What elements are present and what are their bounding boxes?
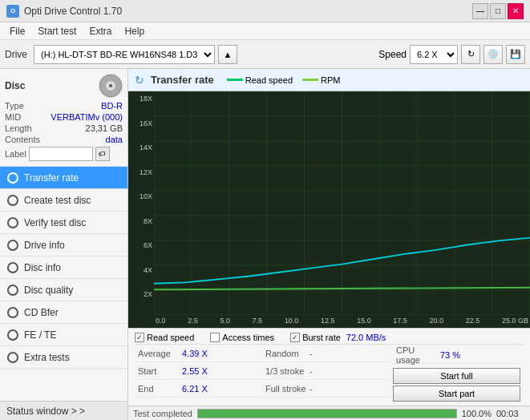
stats-left-col: Average 4.39 X Start 2.55 X End 6.21 X — [135, 345, 262, 403]
refresh-button[interactable]: ↻ — [461, 45, 480, 64]
nav-item-cd-bfer[interactable]: CD Bfer — [0, 301, 127, 324]
status-text: Test completed — [133, 409, 192, 418]
progress-bar-container: Test completed 100.0% 00:03 — [128, 406, 530, 420]
x-label-125: 12.5 — [321, 317, 335, 325]
chart-legend: Read speed RPM — [227, 75, 341, 85]
menu-file[interactable]: File — [3, 24, 31, 38]
stat-full-stroke-val: - — [310, 384, 386, 394]
app-icon: O — [6, 5, 19, 18]
nav-item-verify-test-disc[interactable]: Verify test disc — [0, 212, 127, 234]
checkbox-read-speed[interactable]: ✓ Read speed — [135, 333, 194, 342]
checkbox-access-times[interactable]: Access times — [210, 333, 274, 342]
disc-button[interactable]: 💿 — [483, 45, 503, 64]
chart-refresh-icon: ↻ — [135, 74, 144, 87]
nav-label-transfer-rate: Transfer rate — [24, 172, 79, 184]
type-key: Type — [5, 101, 24, 111]
burst-rate-checkbox[interactable]: ✓ — [290, 333, 300, 342]
legend-read-speed: Read speed — [227, 75, 293, 85]
stat-random-val: - — [310, 349, 386, 358]
app-title: Opti Drive Control 1.70 — [24, 6, 122, 17]
start-full-button[interactable]: Start full — [393, 368, 520, 384]
stat-cpu-val: 73 % — [440, 350, 472, 360]
stat-random: Random - — [262, 345, 390, 362]
chart-svg — [154, 91, 530, 315]
progress-bar-outer — [197, 409, 457, 418]
nav-label-disc-quality: Disc quality — [24, 285, 73, 296]
length-key: Length — [5, 123, 32, 133]
drive-select[interactable]: (H:) HL-DT-ST BD-RE WH16NS48 1.D3 — [34, 45, 215, 64]
chart-header: ↻ Transfer rate Read speed RPM — [128, 69, 530, 91]
y-label-8: 8X — [130, 217, 152, 225]
menu-start-test[interactable]: Start test — [31, 24, 83, 38]
disc-title: Disc — [5, 80, 25, 91]
burst-rate-checkbox-label: Burst rate — [302, 333, 341, 342]
nav-label-extra-tests: Extra tests — [24, 352, 70, 363]
maximize-button[interactable]: □ — [490, 3, 506, 19]
start-part-button[interactable]: Start part — [393, 386, 520, 402]
mid-key: MID — [5, 112, 21, 122]
nav-label-create-test-disc: Create test disc — [24, 195, 91, 206]
stat-1-3-stroke-key: 1/3 stroke — [265, 366, 310, 376]
contents-key: Contents — [5, 135, 40, 144]
access-times-checkbox[interactable] — [210, 333, 220, 342]
save-button[interactable]: 💾 — [506, 45, 525, 64]
mid-value: VERBATIMv (000) — [51, 112, 123, 122]
status-window-button[interactable]: Status window > > — [0, 401, 127, 420]
y-label-14: 14X — [130, 143, 152, 151]
speed-select[interactable]: 6.2 X — [410, 45, 458, 64]
stat-end-key: End — [138, 384, 182, 394]
stat-end: End 6.21 X — [135, 380, 262, 398]
read-speed-checkbox[interactable]: ✓ — [135, 333, 144, 342]
nav-item-create-test-disc[interactable]: Create test disc — [0, 189, 127, 212]
chart-svg-container: 0.0 2.5 5.0 7.5 10.0 12.5 15.0 17.5 20.0… — [154, 91, 530, 328]
x-label-200: 20.0 — [430, 317, 444, 325]
stat-average: Average 4.39 X — [135, 345, 262, 362]
y-label-2: 2X — [130, 290, 152, 298]
legend-rpm-color — [302, 79, 318, 81]
nav-label-cd-bfer: CD Bfer — [24, 307, 59, 318]
y-label-6: 6X — [130, 241, 152, 249]
menu-extra[interactable]: Extra — [83, 24, 118, 38]
legend-rpm-label: RPM — [321, 75, 340, 85]
nav-item-drive-info[interactable]: Drive info — [0, 234, 127, 256]
checkboxes-row: ✓ Read speed Access times ✓ Burst rate 7… — [135, 331, 524, 344]
x-label-100: 10.0 — [285, 317, 299, 325]
contents-value: data — [106, 135, 123, 144]
close-button[interactable]: ✕ — [508, 3, 524, 19]
toolbar: Drive (H:) HL-DT-ST BD-RE WH16NS48 1.D3 … — [0, 40, 530, 69]
progress-time: 00:03 — [496, 409, 525, 418]
y-label-10: 10X — [130, 192, 152, 200]
nav-item-fe-te[interactable]: FE / TE — [0, 324, 127, 346]
eject-button[interactable]: ▲ — [218, 45, 237, 64]
label-icon-button[interactable]: 🏷 — [95, 147, 110, 161]
nav-item-disc-info[interactable]: Disc info — [0, 256, 127, 279]
stat-cpu-key: CPU usage — [396, 345, 440, 365]
menu-help[interactable]: Help — [118, 24, 151, 38]
nav-item-transfer-rate[interactable]: Transfer rate — [0, 167, 127, 189]
x-label-225: 22.5 — [466, 317, 480, 325]
legend-read-speed-label: Read speed — [245, 75, 293, 85]
chart-title: Transfer rate — [151, 74, 214, 86]
nav-label-drive-info: Drive info — [24, 240, 65, 251]
y-label-16: 16X — [130, 119, 152, 127]
legend-read-speed-color — [227, 79, 243, 81]
speed-label: Speed — [378, 49, 407, 60]
x-label-0: 0.0 — [156, 317, 166, 325]
nav-item-disc-quality[interactable]: Disc quality — [0, 279, 127, 301]
progress-percent: 100.0% — [462, 409, 492, 418]
minimize-button[interactable]: — — [472, 3, 488, 19]
main-layout: Disc Type BD-R MID VERBATIMv (000) Lengt… — [0, 69, 530, 420]
burst-rate-value: 72.0 MB/s — [346, 333, 386, 342]
legend-rpm: RPM — [302, 75, 340, 85]
nav-item-extra-tests[interactable]: Extra tests — [0, 346, 127, 369]
label-input[interactable] — [29, 147, 93, 161]
label-key: Label — [5, 149, 26, 159]
nav-label-fe-te: FE / TE — [24, 329, 56, 341]
x-label-250: 25.0 GB — [502, 317, 528, 325]
stats-right-col: CPU usage 73 % Start full Start part — [390, 345, 524, 403]
y-label-4: 4X — [130, 266, 152, 274]
title-bar: O Opti Drive Control 1.70 — □ ✕ — [0, 0, 530, 22]
stats-mid-col: Random - 1/3 stroke - Full stroke - — [262, 345, 390, 403]
checkbox-burst-rate[interactable]: ✓ Burst rate 72.0 MB/s — [290, 333, 386, 342]
stats-bar: ✓ Read speed Access times ✓ Burst rate 7… — [128, 328, 530, 406]
